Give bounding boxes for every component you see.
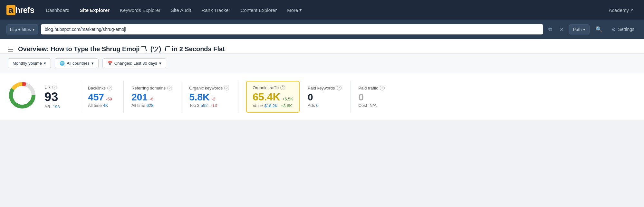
ar-row: AR 193 xyxy=(44,104,71,109)
divider-4 xyxy=(238,81,238,113)
organic-traffic-sub: Value $18.2K +3.6K xyxy=(253,103,293,108)
ar-value: 193 xyxy=(53,104,60,109)
logo[interactable]: ahrefs xyxy=(6,5,34,15)
nav-rank-tracker[interactable]: Rank Tracker xyxy=(197,5,235,15)
chevron-down-icon: ▾ xyxy=(33,27,35,32)
globe-icon: 🌐 xyxy=(60,61,65,66)
divider-2 xyxy=(123,81,124,113)
paid-traffic-label: Paid traffic ? xyxy=(359,86,385,90)
backlinks-change: -59 xyxy=(106,97,112,101)
path-label: Path xyxy=(573,27,582,32)
protocol-dropdown[interactable]: http + https ▾ xyxy=(6,24,38,34)
organic-traffic-label: Organic traffic ? xyxy=(253,85,293,90)
backlinks-label: Backlinks ? xyxy=(88,86,114,90)
referring-domains-value: 201 xyxy=(131,92,148,102)
nav-site-explorer[interactable]: Site Explorer xyxy=(75,5,114,15)
nav-dashboard[interactable]: Dashboard xyxy=(41,5,74,15)
organic-keywords-sub: Top 3 592 -13 xyxy=(189,103,229,108)
close-icon: ✕ xyxy=(560,26,564,33)
referring-domains-help-icon[interactable]: ? xyxy=(167,86,172,90)
divider-5 xyxy=(300,81,300,113)
divider-1 xyxy=(80,81,80,113)
paid-keywords-value: 0 xyxy=(308,92,313,102)
calendar-icon: 📅 xyxy=(107,61,112,66)
metrics-row: DR ? 93 AR 193 Backlinks ? 457 -59 All t… xyxy=(0,73,644,120)
countries-filter[interactable]: 🌐 All countries ▾ xyxy=(55,58,99,68)
external-link-icon: ↗ xyxy=(630,8,633,12)
path-dropdown[interactable]: Path ▾ xyxy=(569,24,590,34)
page-header: ☰ Overview: How to Type the Shrug Emoji … xyxy=(8,45,636,53)
organic-traffic-metric-card: Organic traffic ? 65.4K +6.5K Value $18.… xyxy=(246,81,300,113)
dr-label: DR ? xyxy=(44,85,71,89)
nav-site-audit[interactable]: Site Audit xyxy=(166,5,196,15)
paid-traffic-help-icon[interactable]: ? xyxy=(380,86,385,90)
search-button[interactable]: 🔍 xyxy=(592,23,606,35)
countries-filter-label: All countries xyxy=(67,61,90,66)
chevron-down-icon: ▾ xyxy=(299,7,302,13)
referring-domains-change: -6 xyxy=(149,97,153,101)
dr-value: 93 xyxy=(44,91,71,103)
organic-keywords-metric-card: Organic keywords ? 5.8K -2 Top 3 592 -13 xyxy=(189,81,238,113)
navbar: ahrefs Dashboard Site Explorer Keywords … xyxy=(0,0,644,20)
main-content: ☰ Overview: How to Type the Shrug Emoji … xyxy=(0,39,644,54)
divider-3 xyxy=(181,81,181,113)
organic-traffic-help-icon[interactable]: ? xyxy=(280,85,285,90)
dr-donut-chart xyxy=(8,81,37,110)
gear-icon: ⚙ xyxy=(611,26,616,33)
url-input[interactable] xyxy=(41,24,543,34)
filter-bar: Monthly volume ▾ 🌐 All countries ▾ 📅 Cha… xyxy=(0,54,644,73)
organic-traffic-value: 65.4K xyxy=(253,91,280,103)
search-icon: 🔍 xyxy=(595,26,602,33)
chevron-down-icon: ▾ xyxy=(583,27,585,32)
monthly-volume-filter[interactable]: Monthly volume ▾ xyxy=(8,58,51,68)
paid-keywords-label: Paid keywords ? xyxy=(308,86,341,90)
referring-domains-metric-card: Referring domains ? 201 -6 All time 628 xyxy=(131,81,181,113)
paid-keywords-metric-card: Paid keywords ? 0 Ads 0 xyxy=(308,81,351,113)
clear-input-button[interactable]: ✕ xyxy=(557,24,566,34)
open-external-button[interactable]: ⧉ xyxy=(546,24,554,34)
referring-domains-label: Referring domains ? xyxy=(131,86,172,90)
protocol-label: http + https xyxy=(10,27,31,32)
chevron-down-icon: ▾ xyxy=(159,61,161,66)
changes-filter-label: Changes: Last 30 days xyxy=(114,61,157,66)
paid-traffic-value: 0 xyxy=(359,92,364,102)
backlinks-value: 457 xyxy=(88,92,104,102)
changes-filter[interactable]: 📅 Changes: Last 30 days ▾ xyxy=(102,58,166,68)
settings-label: Settings xyxy=(618,27,634,32)
search-bar: http + https ▾ ⧉ ✕ Path ▾ 🔍 ⚙ Settings xyxy=(0,20,644,39)
backlinks-sub: All time 4K xyxy=(88,103,114,108)
volume-filter-label: Monthly volume xyxy=(13,61,42,66)
organic-keywords-change: -2 xyxy=(212,97,216,101)
paid-traffic-metric-card: Paid traffic ? 0 Cost N/A xyxy=(359,81,394,113)
organic-keywords-label: Organic keywords ? xyxy=(189,86,229,90)
organic-keywords-value: 5.8K xyxy=(189,92,209,102)
nav-content-explorer[interactable]: Content Explorer xyxy=(236,5,282,15)
logo-hrefs-text: hrefs xyxy=(15,5,34,15)
nav-more[interactable]: More ▾ xyxy=(283,5,306,15)
settings-button[interactable]: ⚙ Settings xyxy=(608,24,638,35)
organic-keywords-help-icon[interactable]: ? xyxy=(224,86,229,90)
nav-academy[interactable]: Academy ↗ xyxy=(604,5,638,15)
organic-traffic-change: +6.5K xyxy=(282,97,293,101)
backlinks-help-icon[interactable]: ? xyxy=(107,86,112,90)
dr-help-icon[interactable]: ? xyxy=(52,85,57,89)
nav-keywords-explorer[interactable]: Keywords Explorer xyxy=(115,5,165,15)
dr-metric-card: DR ? 93 AR 193 xyxy=(44,81,80,113)
chevron-down-icon: ▾ xyxy=(91,61,94,66)
referring-domains-sub: All time 628 xyxy=(131,103,172,108)
paid-keywords-help-icon[interactable]: ? xyxy=(337,86,341,90)
backlinks-metric-card: Backlinks ? 457 -59 All time 4K xyxy=(88,81,123,113)
paid-keywords-sub: Ads 0 xyxy=(308,103,341,108)
divider-6 xyxy=(351,81,351,113)
external-link-icon: ⧉ xyxy=(548,26,552,32)
menu-icon[interactable]: ☰ xyxy=(8,45,14,53)
chevron-down-icon: ▾ xyxy=(44,61,46,66)
svg-point-4 xyxy=(13,86,32,105)
paid-traffic-sub: Cost N/A xyxy=(359,103,385,108)
page-title: Overview: How to Type the Shrug Emoji ¯\… xyxy=(18,45,225,53)
logo-a-letter: a xyxy=(6,5,15,15)
